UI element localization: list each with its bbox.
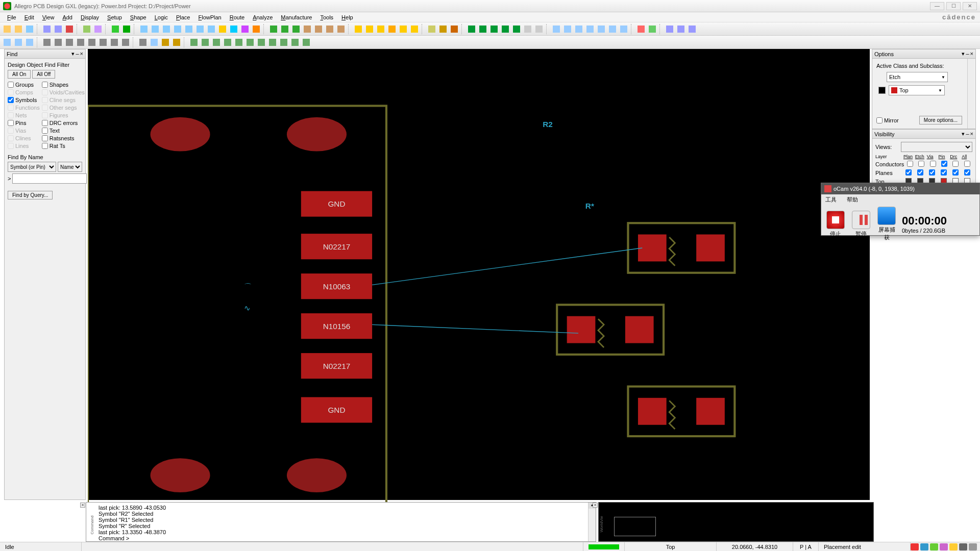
toolbar-button[interactable] bbox=[121, 24, 132, 34]
menu-setup[interactable]: Setup bbox=[103, 13, 126, 21]
find-checkbox-drcerrors[interactable]: DRC errors bbox=[42, 120, 85, 126]
toolbar-button[interactable] bbox=[534, 24, 544, 34]
toolbar-button[interactable] bbox=[467, 24, 477, 34]
toolbar-button[interactable] bbox=[76, 37, 86, 47]
vis-col-pin[interactable]: Pin bbox=[939, 154, 949, 159]
recorder-titlebar[interactable]: oCam v264.0 (-8, 0, 1938, 1039) bbox=[821, 183, 979, 194]
toolbar-button[interactable] bbox=[110, 24, 120, 34]
overview-viewport[interactable] bbox=[614, 517, 656, 536]
toolbar-button[interactable] bbox=[290, 37, 300, 47]
menu-analyze[interactable]: Analyze bbox=[249, 13, 277, 21]
overview-close-icon[interactable]: × bbox=[593, 503, 598, 508]
more-options-button[interactable]: More options... bbox=[919, 116, 962, 124]
toolbar-button[interactable] bbox=[139, 24, 149, 34]
menu-edit[interactable]: Edit bbox=[20, 13, 38, 21]
toolbar-button[interactable] bbox=[636, 24, 646, 34]
toolbar-button[interactable] bbox=[500, 24, 510, 34]
toolbar-button[interactable] bbox=[160, 37, 170, 47]
vis-checkbox[interactable] bbox=[941, 161, 947, 167]
find-close-icon[interactable]: × bbox=[80, 51, 83, 57]
menu-tools[interactable]: Tools bbox=[316, 13, 337, 21]
toolbar-button[interactable] bbox=[82, 24, 92, 34]
vis-checkbox[interactable] bbox=[952, 161, 959, 167]
toolbar-button[interactable] bbox=[449, 24, 459, 34]
toolbar-button[interactable] bbox=[376, 24, 386, 34]
vis-checkbox[interactable] bbox=[918, 161, 924, 167]
toolbar-button[interactable] bbox=[596, 24, 606, 34]
tray-icon[interactable] bbox=[969, 543, 977, 550]
toolbar-button[interactable] bbox=[245, 37, 255, 47]
find-checkbox-ratts[interactable]: Rat Ts bbox=[42, 143, 85, 149]
toolbar-button[interactable] bbox=[64, 24, 75, 34]
find-by-query-button[interactable]: Find by Query... bbox=[8, 191, 53, 199]
recorder-menu-help[interactable]: 帮助 bbox=[847, 196, 858, 204]
vis-min-icon[interactable]: – bbox=[966, 131, 969, 137]
world-view[interactable]: × WorldVie bbox=[598, 502, 874, 542]
toolbar-button[interactable] bbox=[438, 24, 448, 34]
toolbar-button[interactable] bbox=[291, 24, 301, 34]
vis-checkbox[interactable] bbox=[952, 169, 959, 176]
vis-col-plan[interactable]: Plan bbox=[903, 154, 914, 159]
tray-icon[interactable] bbox=[940, 543, 948, 550]
find-min-icon[interactable]: – bbox=[76, 51, 79, 57]
toolbar-button[interactable] bbox=[280, 24, 290, 34]
toolbar-button[interactable] bbox=[173, 24, 183, 34]
recorder-menu-tools[interactable]: 工具 bbox=[825, 196, 837, 204]
toolbar-button[interactable] bbox=[325, 24, 335, 34]
recorder-stop-button[interactable]: 停止 bbox=[825, 211, 846, 238]
toolbar-button[interactable] bbox=[172, 37, 182, 47]
tray-icon[interactable] bbox=[920, 543, 928, 550]
toolbar-button[interactable] bbox=[387, 24, 397, 34]
find-type-select[interactable]: Symbol (or Pin) bbox=[8, 162, 56, 172]
toolbar-button[interactable] bbox=[427, 24, 437, 34]
toolbar-button[interactable] bbox=[676, 24, 686, 34]
toolbar-button[interactable] bbox=[336, 24, 346, 34]
toolbar-button[interactable] bbox=[409, 24, 420, 34]
toolbar-button[interactable] bbox=[93, 24, 103, 34]
close-button[interactable]: ✕ bbox=[963, 2, 977, 10]
toolbar-button[interactable] bbox=[223, 37, 233, 47]
toolbar-button[interactable] bbox=[211, 37, 222, 47]
toolbar-button[interactable] bbox=[301, 37, 311, 47]
toolbar-button[interactable] bbox=[489, 24, 499, 34]
minimize-button[interactable]: — bbox=[930, 2, 944, 10]
toolbar-button[interactable] bbox=[2, 24, 12, 34]
opt-close-icon[interactable]: × bbox=[970, 51, 973, 57]
toolbar-button[interactable] bbox=[24, 24, 35, 34]
toolbar-button[interactable] bbox=[217, 24, 228, 34]
menu-shape[interactable]: Shape bbox=[126, 13, 151, 21]
menu-logic[interactable]: Logic bbox=[151, 13, 172, 21]
visibility-header[interactable]: Visibility ▾–× bbox=[872, 130, 975, 139]
vis-checkbox[interactable] bbox=[917, 169, 923, 176]
toolbar-button[interactable] bbox=[195, 24, 205, 34]
toolbar-button[interactable] bbox=[98, 37, 108, 47]
toolbar-button[interactable] bbox=[200, 37, 210, 47]
toolbar-button[interactable] bbox=[240, 24, 250, 34]
toolbar-button[interactable] bbox=[398, 24, 408, 34]
vis-checkbox[interactable] bbox=[930, 161, 936, 167]
toolbar-button[interactable] bbox=[24, 37, 35, 47]
toolbar-button[interactable] bbox=[2, 37, 12, 47]
options-scrollbar[interactable] bbox=[967, 59, 974, 129]
vis-checkbox[interactable] bbox=[964, 161, 970, 167]
vis-checkbox[interactable] bbox=[907, 161, 913, 167]
log-scrollbar[interactable]: ▴ bbox=[588, 503, 596, 541]
toolbar-button[interactable] bbox=[150, 24, 160, 34]
toolbar-button[interactable] bbox=[149, 37, 159, 47]
vis-checkbox[interactable] bbox=[905, 169, 912, 176]
toolbar-button[interactable] bbox=[13, 24, 23, 34]
toolbar-button[interactable] bbox=[161, 24, 172, 34]
toolbar-button[interactable] bbox=[353, 24, 363, 34]
toolbar-button[interactable] bbox=[607, 24, 618, 34]
tray-icon[interactable] bbox=[949, 543, 958, 550]
views-select[interactable] bbox=[901, 142, 972, 152]
class-select[interactable]: Etch▼ bbox=[887, 72, 948, 82]
recorder-capture-button[interactable]: 屏幕捕获 bbox=[876, 207, 897, 241]
toolbar-button[interactable] bbox=[562, 24, 573, 34]
toolbar-button[interactable] bbox=[42, 37, 52, 47]
find-checkbox-shapes[interactable]: Shapes bbox=[42, 82, 85, 88]
menu-flowplan[interactable]: FlowPlan bbox=[194, 13, 225, 21]
toolbar-button[interactable] bbox=[551, 24, 561, 34]
opt-min-icon[interactable]: – bbox=[966, 51, 969, 57]
find-header[interactable]: Find ▾–× bbox=[5, 49, 85, 59]
